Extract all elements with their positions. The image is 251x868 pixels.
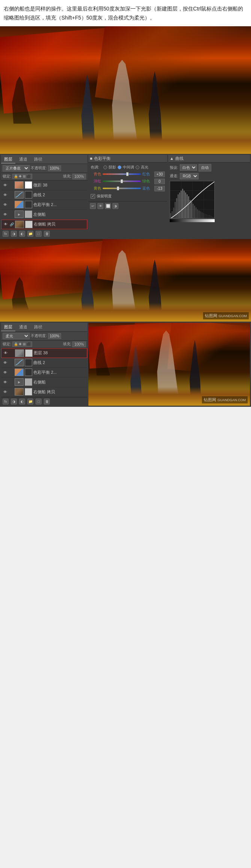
- layer-eye-m4[interactable]: 👁: [3, 379, 8, 385]
- layer-thumb-cb: [15, 201, 24, 208]
- artwork-image-1: [0, 26, 251, 154]
- svg-rect-35: [214, 217, 215, 218]
- curves-icon: ▲: [170, 156, 174, 161]
- layer-eye-m5[interactable]: 👁: [3, 389, 8, 394]
- cb-value-3[interactable]: [154, 186, 165, 191]
- layer-mask-m1: [25, 349, 33, 357]
- opacity-label-1: 不透明度:: [31, 165, 47, 171]
- delete-layer-btn[interactable]: 🗑: [44, 231, 50, 237]
- layer-row-rightship-copy[interactable]: 👁 🔗 右侧船 拷贝: [1, 220, 87, 229]
- channel-select[interactable]: RGB: [180, 173, 199, 179]
- layer-row-curve2[interactable]: 👁 曲线 2: [1, 190, 87, 200]
- shadows-label: 阴影: [109, 165, 116, 170]
- blend-mode-select-2[interactable]: 柔光: [3, 333, 30, 339]
- svg-rect-11: [178, 194, 179, 218]
- layer-link-m5: [9, 389, 13, 394]
- new-group-btn-2[interactable]: 📁: [27, 399, 33, 405]
- layers-panel-2: 图层 通道 路径 柔光 不透明度: 100% 锁定: 🔒 ✚ ⊞ ⬛ 填充: 1…: [1, 323, 87, 406]
- layer-thumb-leftship: ▶: [15, 211, 24, 218]
- layer-name-cb2: 色彩平衡 2...: [33, 202, 86, 208]
- layer-name-rightship-group: 右侧船: [33, 379, 86, 385]
- add-style-btn-2[interactable]: fx: [3, 399, 9, 405]
- lock-icons-2[interactable]: 🔒 ✚ ⊞ ⬛: [12, 341, 33, 347]
- cb-value-1[interactable]: [154, 171, 165, 177]
- radio-highlights[interactable]: [136, 165, 139, 169]
- svg-rect-22: [194, 206, 195, 218]
- slider-magenta-green[interactable]: [103, 181, 141, 182]
- layer-eye-m3[interactable]: 👁: [3, 370, 8, 375]
- tone-label: 色调:: [91, 165, 102, 170]
- layer-row-curve2-2[interactable]: 👁 曲线 2: [1, 358, 87, 368]
- new-layer-btn[interactable]: □: [36, 231, 42, 237]
- blend-mode-select-1[interactable]: 正片叠底: [3, 165, 30, 171]
- highlights-label: 高光: [141, 165, 148, 170]
- layer-eye-4[interactable]: 👁: [3, 212, 8, 217]
- layer-name-microdist: 微距 38: [33, 182, 86, 188]
- layer-mask-m3: [25, 369, 32, 376]
- layer-row-cb2-2[interactable]: 👁 色彩平衡 2...: [1, 368, 87, 378]
- lock-icons[interactable]: 🔒 ✚ ⊞ ⬛: [12, 174, 33, 179]
- svg-rect-20: [191, 202, 192, 218]
- tab-paths-1[interactable]: 路径: [31, 156, 45, 164]
- layer-link-m4: [9, 379, 13, 385]
- add-mask-btn[interactable]: ◑: [11, 231, 17, 237]
- fill-value-1[interactable]: 100%: [72, 174, 86, 179]
- layer-name-rightship-copy2: 右侧船 拷贝: [33, 389, 86, 395]
- cb-reset-btn[interactable]: ↩: [90, 203, 96, 209]
- layer-mask-2: [25, 191, 32, 199]
- layer-row-rightship-group[interactable]: 👁 ▶ 右侧船: [1, 378, 87, 387]
- svg-rect-10: [176, 198, 177, 218]
- layer-row-rightship-copy2[interactable]: 👁 右侧船 拷贝: [1, 387, 87, 397]
- layer-eye-m2[interactable]: 👁: [3, 360, 8, 365]
- layer-eye-m1[interactable]: 👁: [3, 351, 8, 356]
- svg-rect-6: [170, 213, 171, 218]
- delete-layer-btn-2[interactable]: 🗑: [44, 399, 50, 405]
- slider-cyan-red[interactable]: [103, 173, 141, 175]
- layer-row-colorbalance2[interactable]: 👁 色彩平衡 2...: [1, 200, 87, 210]
- svg-rect-29: [205, 214, 206, 218]
- svg-rect-18: [188, 196, 189, 218]
- tab-channels-2[interactable]: 通道: [16, 323, 30, 331]
- layer-eye-1[interactable]: 👁: [3, 182, 8, 188]
- tab-layers-2[interactable]: 图层: [1, 323, 15, 331]
- layer-thumb-rightship-group: ▶: [15, 378, 24, 386]
- lock-label-2: 锁定:: [3, 341, 11, 347]
- add-style-btn[interactable]: fx: [3, 231, 9, 237]
- fill-value-2[interactable]: 100%: [72, 341, 86, 347]
- cb-clip-btn[interactable]: ⬜: [105, 203, 111, 209]
- preset-label: 预设:: [170, 165, 178, 170]
- cb-value-2[interactable]: [154, 179, 165, 184]
- auto-btn[interactable]: 自动: [199, 164, 211, 171]
- layer-row-layer38[interactable]: 👁 图层 38: [1, 348, 87, 358]
- new-layer-btn-2[interactable]: □: [36, 399, 42, 405]
- cb-mask-btn[interactable]: ◑: [112, 203, 118, 209]
- new-adjustment-btn[interactable]: ◐: [19, 231, 25, 237]
- curves-graph[interactable]: [170, 181, 215, 218]
- svg-rect-24: [197, 209, 198, 218]
- layer-row-leftship[interactable]: 👁 ▶ 左侧船: [1, 210, 87, 220]
- fill-label-2: 填充:: [63, 341, 72, 347]
- preset-select[interactable]: 白色: [180, 164, 197, 171]
- layer-eye-5[interactable]: 👁: [3, 222, 8, 227]
- layer-thumb-cb2: [15, 369, 24, 376]
- layer-eye-3[interactable]: 👁: [3, 202, 8, 207]
- opacity-value-1[interactable]: 100%: [48, 165, 61, 171]
- tab-channels-1[interactable]: 通道: [16, 156, 30, 164]
- ps-panels-row-2: 图层 通道 路径 柔光 不透明度: 100% 锁定: 🔒 ✚ ⊞ ⬛ 填充: 1…: [0, 322, 251, 407]
- preserve-checkbox[interactable]: ✓: [91, 194, 95, 199]
- radio-midtones[interactable]: [118, 165, 121, 169]
- tab-paths-2[interactable]: 路径: [31, 323, 45, 331]
- new-group-btn[interactable]: 📁: [27, 231, 33, 237]
- layer-row-microdist[interactable]: 👁 微距 38: [1, 181, 87, 190]
- cb-eye-btn[interactable]: 👁: [97, 203, 103, 209]
- watermark-1: 钻图网 GUANDGAN.COM: [203, 312, 249, 319]
- opacity-value-2[interactable]: 100%: [48, 333, 61, 339]
- cb-panel-bottom: ↩ 👁 ⬜ ◑: [88, 201, 167, 211]
- layer-eye-2[interactable]: 👁: [3, 192, 8, 197]
- svg-rect-33: [211, 216, 212, 218]
- radio-shadows[interactable]: [103, 165, 107, 169]
- tab-layers-1[interactable]: 图层: [1, 156, 15, 164]
- slider-yellow-blue[interactable]: [103, 188, 141, 189]
- add-mask-btn-2[interactable]: ◑: [11, 399, 17, 405]
- new-adjustment-btn-2[interactable]: ◐: [19, 399, 25, 405]
